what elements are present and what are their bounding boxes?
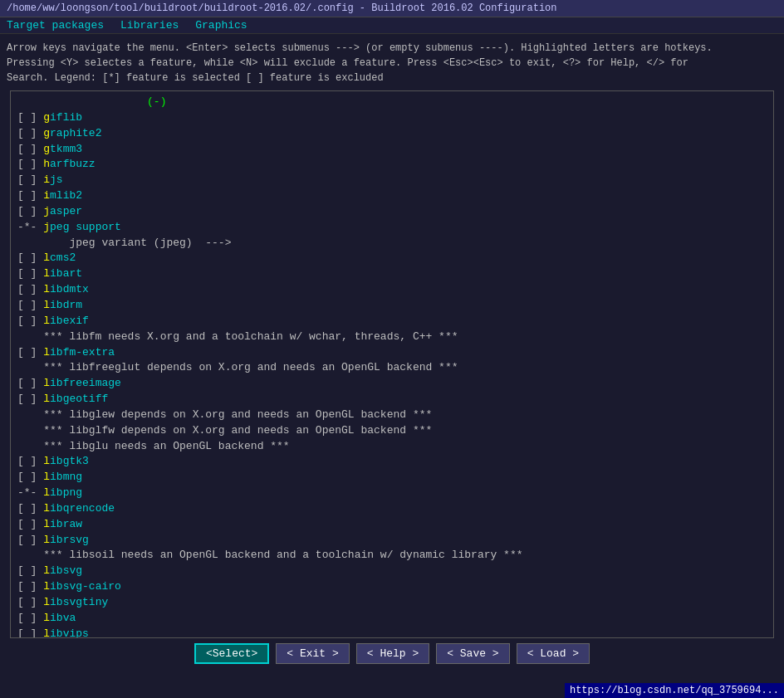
list-item[interactable]: *** libglfw depends on X.org and needs a…: [11, 423, 773, 439]
list-item[interactable]: *** libfm needs X.org and a toolchain w/…: [11, 329, 773, 345]
list-item[interactable]: [ ] libsvgtiny: [11, 595, 773, 611]
bottom-bar: <Select>< Exit >< Help >< Save >< Load >: [7, 638, 777, 667]
title-text: /home/ww/loongson/tool/buildroot/buildro…: [7, 2, 557, 14]
menu-item-graphics[interactable]: Graphics: [195, 19, 247, 32]
save-button[interactable]: < Save >: [436, 643, 509, 664]
select-button[interactable]: <Select>: [194, 643, 269, 664]
list-item[interactable]: [ ] libgeotiff: [11, 392, 773, 408]
load-button[interactable]: < Load >: [517, 643, 590, 664]
list-item[interactable]: [ ] ijs: [11, 173, 773, 188]
list-item[interactable]: [ ] librsvg: [11, 533, 773, 549]
list-item[interactable]: [ ] libsvg: [11, 564, 773, 579]
watermark: https://blog.csdn.net/qq_3759694...: [565, 683, 784, 698]
list-item[interactable]: *** libglew depends on X.org and needs a…: [11, 408, 773, 423]
list-item[interactable]: jpeg variant (jpeg) --->: [11, 236, 773, 251]
list-item[interactable]: *** libglu needs an OpenGL backend ***: [11, 439, 773, 455]
scroll-top-marker: (-): [11, 95, 773, 110]
list-item[interactable]: [ ] libva: [11, 611, 773, 627]
menu-bar: Target packagesLibrariesGraphics: [0, 17, 784, 34]
help-button[interactable]: < Help >: [356, 643, 429, 664]
list-item[interactable]: [ ] jasper: [11, 204, 773, 220]
list-item[interactable]: [ ] libfm-extra: [11, 345, 773, 361]
list-item[interactable]: [ ] libsvg-cairo: [11, 579, 773, 595]
content-box[interactable]: (-)[ ] giflib[ ] graphite2[ ] gtkmm3[ ] …: [10, 90, 774, 638]
list-item[interactable]: *** libfreeglut depends on X.org and nee…: [11, 360, 773, 376]
menu-list: (-)[ ] giflib[ ] graphite2[ ] gtkmm3[ ] …: [11, 95, 773, 638]
list-item[interactable]: [ ] giflib: [11, 110, 773, 126]
list-item[interactable]: -*- libpng: [11, 486, 773, 501]
list-item[interactable]: [ ] libdrm: [11, 298, 773, 314]
exit-button[interactable]: < Exit >: [276, 643, 349, 664]
list-item[interactable]: [ ] libfreeimage: [11, 376, 773, 392]
list-item[interactable]: [ ] libraw: [11, 517, 773, 533]
help-line: Arrow keys navigate the menu. <Enter> se…: [7, 41, 777, 56]
list-item[interactable]: [ ] lcms2: [11, 251, 773, 266]
list-item[interactable]: *** libsoil needs an OpenGL backend and …: [11, 548, 773, 564]
list-item[interactable]: -*- jpeg support: [11, 220, 773, 236]
title-bar: /home/ww/loongson/tool/buildroot/buildro…: [0, 0, 784, 17]
list-item[interactable]: [ ] libdmtx: [11, 282, 773, 298]
list-item[interactable]: [ ] libexif: [11, 314, 773, 329]
menu-item-target-packages[interactable]: Target packages: [7, 19, 104, 32]
list-item[interactable]: [ ] harfbuzz: [11, 157, 773, 173]
help-line: Search. Legend: [*] feature is selected …: [7, 71, 777, 85]
main-container: Arrow keys navigate the menu. <Enter> se…: [0, 34, 784, 667]
list-item[interactable]: [ ] libqrencode: [11, 501, 773, 517]
list-item[interactable]: [ ] libvips: [11, 627, 773, 638]
list-item[interactable]: [ ] libgtk3: [11, 454, 773, 470]
list-item[interactable]: [ ] imlib2: [11, 188, 773, 204]
list-item[interactable]: [ ] gtkmm3: [11, 142, 773, 158]
help-text: Arrow keys navigate the menu. <Enter> se…: [7, 39, 777, 90]
menu-item-libraries[interactable]: Libraries: [120, 19, 179, 32]
list-item[interactable]: [ ] graphite2: [11, 126, 773, 142]
list-item[interactable]: [ ] libmng: [11, 470, 773, 486]
help-line: Pressing <Y> selectes a feature, while <…: [7, 56, 777, 71]
list-item[interactable]: [ ] libart: [11, 266, 773, 282]
